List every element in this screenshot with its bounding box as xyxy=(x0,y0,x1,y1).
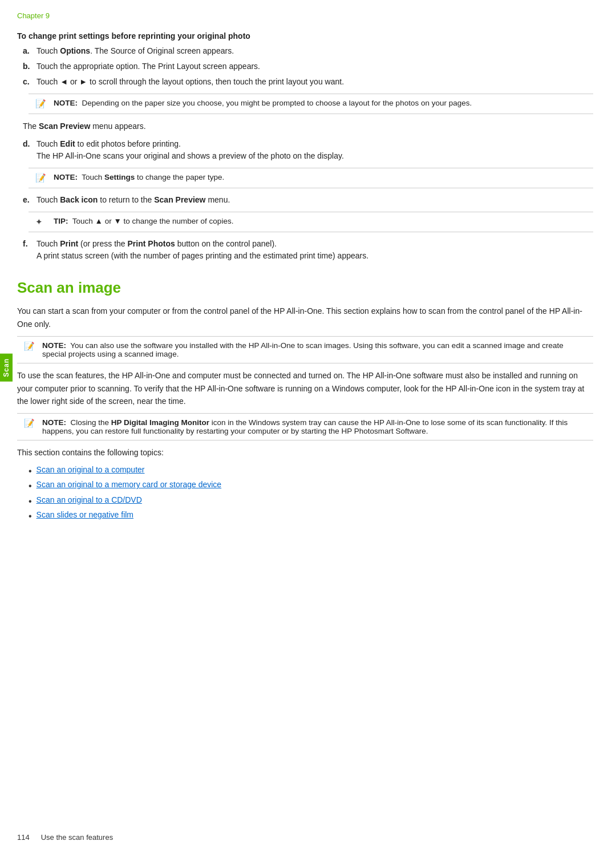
note-box-3: 📝 NOTE: You can also use the software yo… xyxy=(17,336,593,363)
note-box-1: 📝 NOTE: Depending on the paper size you … xyxy=(29,94,593,114)
scan-body-para: To use the scan features, the HP All-in-… xyxy=(17,369,593,407)
footer-page-number: 114 xyxy=(17,833,30,842)
note-text-3: NOTE: You can also use the software you … xyxy=(42,341,586,358)
topics-intro: This section contains the following topi… xyxy=(17,446,593,459)
step-c-text: Touch ◄ or ► to scroll through the layou… xyxy=(37,76,344,88)
tip-text-1: TIP: Touch ▲ or ▼ to change the number o… xyxy=(54,217,233,225)
note-icon-1: 📝 xyxy=(35,99,48,109)
list-item: • Scan slides or negative film xyxy=(29,510,593,523)
scan-preview-intro: The Scan Preview menu appears. xyxy=(23,120,593,132)
footer: 114 Use the scan features xyxy=(17,833,593,842)
note-icon-4: 📝 xyxy=(24,418,37,428)
list-item: • Scan an original to a computer xyxy=(29,465,593,478)
step-c-label: c. xyxy=(23,76,32,88)
step-b: b. Touch the appropriate option. The Pri… xyxy=(23,60,593,72)
bullet-2: • xyxy=(29,480,32,492)
step-f: f. Touch Print (or press the Print Photo… xyxy=(23,238,593,262)
step-d-label: d. xyxy=(23,138,32,162)
step-d-text: Touch Edit to edit photos before printin… xyxy=(37,138,344,162)
note-text-4: NOTE: Closing the HP Digital Imaging Mon… xyxy=(42,418,586,435)
tip-box-1: ✦ TIP: Touch ▲ or ▼ to change the number… xyxy=(29,212,593,232)
list-item: • Scan an original to a memory card or s… xyxy=(29,480,593,492)
side-tab: Scan xyxy=(0,354,13,382)
topic-link-2[interactable]: Scan an original to a memory card or sto… xyxy=(37,480,222,489)
footer-text: Use the scan features xyxy=(41,833,113,842)
scan-image-intro: You can start a scan from your computer … xyxy=(17,305,593,330)
note-text-2: NOTE: Touch Settings to change the paper… xyxy=(54,173,224,181)
topic-link-3[interactable]: Scan an original to a CD/DVD xyxy=(37,495,142,504)
step-f-text: Touch Print (or press the Print Photos b… xyxy=(37,238,368,262)
step-a-text: Touch Options. The Source of Original sc… xyxy=(37,45,234,57)
step-f-label: f. xyxy=(23,238,32,262)
step-b-label: b. xyxy=(23,60,32,72)
topic-link-1[interactable]: Scan an original to a computer xyxy=(37,465,145,474)
bullet-3: • xyxy=(29,495,32,508)
note-box-2: 📝 NOTE: Touch Settings to change the pap… xyxy=(29,168,593,188)
change-settings-heading: To change print settings before reprinti… xyxy=(17,31,593,41)
step-a-label: a. xyxy=(23,45,32,57)
step-b-text: Touch the appropriate option. The Print … xyxy=(37,60,260,72)
list-item: • Scan an original to a CD/DVD xyxy=(29,495,593,508)
step-a: a. Touch Options. The Source of Original… xyxy=(23,45,593,57)
tip-icon-1: ✦ xyxy=(35,217,48,227)
bullet-4: • xyxy=(29,510,32,523)
step-e-text: Touch Back icon to return to the Scan Pr… xyxy=(37,194,230,206)
note-icon-3: 📝 xyxy=(24,341,37,351)
bullet-1: • xyxy=(29,465,32,478)
step-c: c. Touch ◄ or ► to scroll through the la… xyxy=(23,76,593,88)
scan-image-title: Scan an image xyxy=(17,279,593,297)
step-e-label: e. xyxy=(23,194,32,206)
step-e: e. Touch Back icon to return to the Scan… xyxy=(23,194,593,206)
note-box-4: 📝 NOTE: Closing the HP Digital Imaging M… xyxy=(17,413,593,440)
topic-link-4[interactable]: Scan slides or negative film xyxy=(37,510,133,519)
topic-list: • Scan an original to a computer • Scan … xyxy=(29,465,593,523)
note-text-1: NOTE: Depending on the paper size you ch… xyxy=(54,99,472,107)
step-d: d. Touch Edit to edit photos before prin… xyxy=(23,138,593,162)
chapter-label: Chapter 9 xyxy=(17,11,593,20)
note-icon-2: 📝 xyxy=(35,173,48,183)
